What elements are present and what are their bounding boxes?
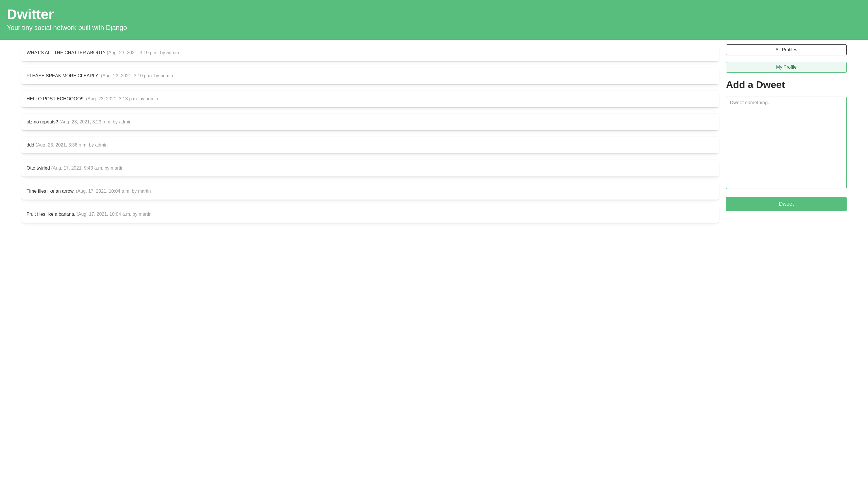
dweet-textarea[interactable] xyxy=(726,97,847,189)
dweet-body: Fruit flies like a banana. xyxy=(27,212,75,217)
dweet-body: plz no repeats? xyxy=(27,120,58,124)
dweet-body: Time flies like an arrow. xyxy=(27,189,75,194)
dweet-meta: (Aug. 17, 2021, 10:04 a.m. by martin xyxy=(76,212,152,217)
dweet-card: HELLO POST ECHOOOO!!! (Aug. 23, 2021, 3:… xyxy=(21,91,719,107)
dweet-meta: (Aug. 23, 2021, 3:13 p.m. by admin xyxy=(86,96,158,101)
dweet-card: Otto twirled (Aug. 17, 2021, 9:43 a.m. b… xyxy=(21,160,719,176)
dweet-meta: (Aug. 23, 2021, 3:10 p.m. by admin xyxy=(107,50,179,55)
hero: Dwitter Your tiny social network built w… xyxy=(0,0,868,40)
main-columns: WHAT'S ALL THE CHATTER ABOUT? (Aug. 23, … xyxy=(0,40,868,229)
dweet-body: Otto twirled xyxy=(27,166,50,170)
dweet-card: Fruit flies like a banana. (Aug. 17, 202… xyxy=(21,206,719,223)
add-dweet-heading: Add a Dweet xyxy=(726,79,847,90)
sidebar: All Profiles My Profile Add a Dweet Dwee… xyxy=(726,44,847,211)
dweet-feed: WHAT'S ALL THE CHATTER ABOUT? (Aug. 23, … xyxy=(21,44,719,229)
dweet-submit-button[interactable]: Dweet xyxy=(726,197,847,211)
site-subtitle: Your tiny social network built with Djan… xyxy=(7,24,861,32)
dweet-meta: (Aug. 17, 2021, 9:43 a.m. by martin xyxy=(51,166,124,170)
dweet-card: WHAT'S ALL THE CHATTER ABOUT? (Aug. 23, … xyxy=(21,44,719,61)
dweet-meta: (Aug. 17, 2021, 10:04 a.m. by martin xyxy=(76,189,151,194)
dweet-card: plz no repeats? (Aug. 23, 2021, 3:23 p.m… xyxy=(21,113,719,130)
dweet-card: PLEASE SPEAK MORE CLEARLY! (Aug. 23, 202… xyxy=(21,67,719,84)
dweet-body: WHAT'S ALL THE CHATTER ABOUT? xyxy=(27,50,105,55)
dweet-meta: (Aug. 23, 2021, 3:23 p.m. by admin xyxy=(59,120,132,124)
my-profile-button[interactable]: My Profile xyxy=(726,62,847,73)
site-title: Dwitter xyxy=(7,7,861,22)
dweet-meta: (Aug. 23, 2021, 3:10 p.m. by admin xyxy=(101,73,173,78)
all-profiles-button[interactable]: All Profiles xyxy=(726,44,847,55)
dweet-body: ddd xyxy=(27,142,34,148)
dweet-body: HELLO POST ECHOOOO!!! xyxy=(27,96,85,101)
dweet-meta: (Aug. 23, 2021, 3:36 p.m. by admin xyxy=(35,142,107,148)
dweet-card: ddd (Aug. 23, 2021, 3:36 p.m. by admin xyxy=(21,137,719,154)
dweet-body: PLEASE SPEAK MORE CLEARLY! xyxy=(27,73,99,78)
dweet-card: Time flies like an arrow. (Aug. 17, 2021… xyxy=(21,183,719,200)
